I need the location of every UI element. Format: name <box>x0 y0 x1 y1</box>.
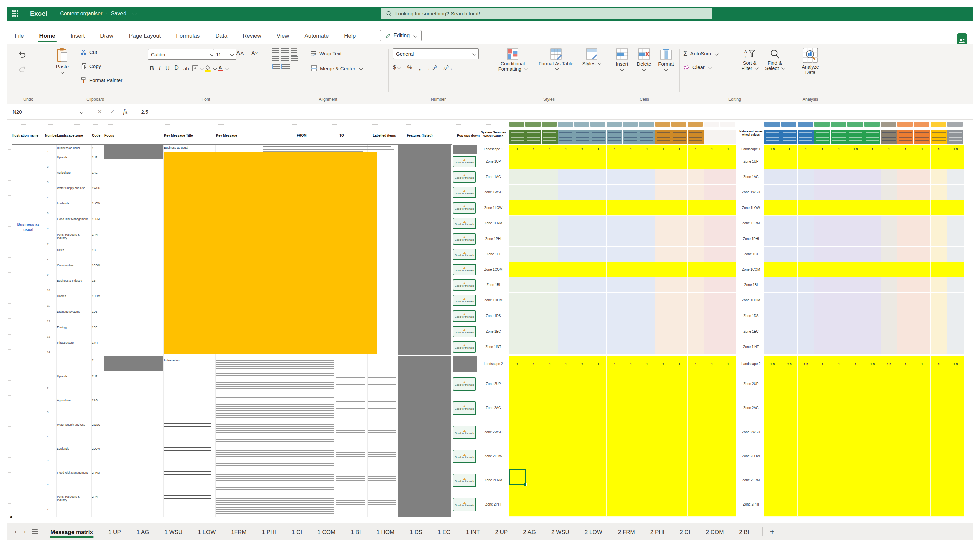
matrix-cell[interactable] <box>704 396 720 420</box>
matrix-cell[interactable] <box>525 420 541 444</box>
matrix-cell[interactable] <box>590 492 606 516</box>
matrix-cell[interactable] <box>671 277 687 293</box>
matrix-cell[interactable] <box>607 277 623 293</box>
matrix-cell[interactable] <box>509 231 525 246</box>
matrix-cell[interactable] <box>781 308 798 324</box>
matrix-cell[interactable] <box>574 293 590 308</box>
analyze-data-button[interactable]: Analyze Data <box>797 48 824 75</box>
matrix-cell[interactable] <box>914 420 931 444</box>
matrix-cell[interactable] <box>655 169 671 185</box>
matrix-cell[interactable] <box>881 169 898 185</box>
matrix-cell[interactable] <box>781 339 798 355</box>
matrix-cell[interactable] <box>781 231 798 246</box>
matrix-cell[interactable] <box>781 492 798 516</box>
sheet-tab-2-ci[interactable]: 2 CI <box>679 525 691 538</box>
sheet-tab-1-com[interactable]: 1 COM <box>317 525 336 538</box>
matrix-cell[interactable]: 1 <box>542 144 558 154</box>
matrix-cell[interactable] <box>671 308 687 324</box>
matrix-cell[interactable]: 1 <box>931 144 948 154</box>
decrease-indent-button[interactable] <box>272 64 280 69</box>
zone-code-1UP[interactable]: 1UP <box>92 156 103 159</box>
matrix-cell[interactable] <box>848 308 864 324</box>
matrix-cell[interactable] <box>720 308 737 324</box>
matrix-cell[interactable] <box>688 372 704 396</box>
matrix-cell[interactable] <box>525 200 541 216</box>
matrix-cell[interactable] <box>574 324 590 339</box>
matrix-cell[interactable] <box>764 420 781 444</box>
matrix-cell[interactable] <box>671 396 687 420</box>
matrix-cell[interactable] <box>623 200 639 216</box>
matrix-cell[interactable] <box>525 216 541 231</box>
matrix-cell[interactable] <box>864 308 881 324</box>
matrix-cell[interactable] <box>720 396 737 420</box>
matrix-header-cell[interactable] <box>881 130 897 144</box>
matrix-cell[interactable] <box>639 468 655 492</box>
fill-color-button[interactable] <box>205 65 210 71</box>
matrix-cell[interactable] <box>931 154 948 169</box>
matrix-cell[interactable] <box>897 339 914 355</box>
matrix-cell[interactable] <box>671 339 687 355</box>
sheet-tab-1-int[interactable]: 1 INT <box>465 525 480 538</box>
matrix-cell[interactable] <box>525 154 541 169</box>
matrix-cell[interactable] <box>864 262 881 277</box>
matrix-cell[interactable] <box>764 200 781 216</box>
matrix-cell[interactable] <box>558 231 574 246</box>
matrix-cell[interactable] <box>815 468 831 492</box>
matrix-cell[interactable] <box>798 444 815 468</box>
matrix-cell[interactable] <box>542 420 558 444</box>
matrix-cell[interactable] <box>831 492 848 516</box>
font-name-select[interactable]: Calibri <box>148 49 216 60</box>
matrix-cell[interactable] <box>931 185 948 200</box>
autosum-button[interactable]: Σ AutoSum <box>684 49 718 57</box>
gray-band-section2[interactable] <box>398 356 451 516</box>
popup-button[interactable]: Good for the web <box>452 377 476 391</box>
matrix-cell[interactable] <box>607 262 623 277</box>
matrix-cell[interactable] <box>639 324 655 339</box>
popup-button[interactable]: Good for the web <box>452 156 476 167</box>
matrix-cell[interactable] <box>864 339 881 355</box>
matrix-cell[interactable] <box>914 185 931 200</box>
matrix-cell[interactable] <box>914 468 931 492</box>
matrix-cell[interactable] <box>688 339 704 355</box>
matrix-cell[interactable] <box>864 185 881 200</box>
matrix-cell[interactable] <box>947 492 964 516</box>
zone-code-1INT[interactable]: 1INT <box>92 341 103 344</box>
matrix-cell[interactable] <box>607 444 623 468</box>
matrix-cell[interactable] <box>574 231 590 246</box>
matrix-cell[interactable] <box>671 185 687 200</box>
matrix-cell[interactable] <box>704 372 720 396</box>
increase-indent-button[interactable] <box>281 64 290 69</box>
matrix-cell[interactable] <box>848 339 864 355</box>
zone-code-2UP[interactable]: 2UP <box>92 375 103 378</box>
matrix-cell[interactable] <box>914 246 931 262</box>
matrix-cell[interactable] <box>639 339 655 355</box>
column-header-chip[interactable] <box>525 122 540 127</box>
matrix-cell[interactable] <box>848 396 864 420</box>
matrix-cell[interactable] <box>671 200 687 216</box>
matrix-cell[interactable] <box>542 246 558 262</box>
matrix-cell[interactable] <box>671 468 687 492</box>
matrix-cell[interactable]: 1 <box>848 356 864 372</box>
matrix-cell[interactable] <box>671 262 687 277</box>
matrix-cell[interactable] <box>815 185 831 200</box>
matrix-cell[interactable] <box>897 216 914 231</box>
matrix-cell[interactable] <box>574 169 590 185</box>
matrix-cell[interactable] <box>671 420 687 444</box>
matrix-header-cell[interactable] <box>558 130 574 144</box>
sheet-tab-2-up[interactable]: 2 UP <box>494 525 508 538</box>
matrix-header-cell[interactable] <box>947 130 963 144</box>
matrix-cell[interactable] <box>655 277 671 293</box>
matrix-cell[interactable] <box>590 308 606 324</box>
matrix-cell[interactable] <box>798 216 815 231</box>
matrix-cell[interactable] <box>542 324 558 339</box>
matrix-cell[interactable] <box>574 372 590 396</box>
matrix-cell[interactable] <box>639 231 655 246</box>
sheet-tab-2-frm[interactable]: 2 FRM <box>617 525 636 538</box>
column-header-chip[interactable] <box>848 122 863 127</box>
matrix-header-cell[interactable] <box>542 130 558 144</box>
popup-button[interactable]: Good for the web <box>452 264 476 275</box>
zone-code-1AG[interactable]: 1AG <box>92 171 103 174</box>
matrix-header-cell[interactable] <box>720 130 736 144</box>
spreadsheet-grid[interactable]: Illustration nameNumberLandscape zoneCod… <box>7 129 973 521</box>
matrix-cell[interactable] <box>864 492 881 516</box>
